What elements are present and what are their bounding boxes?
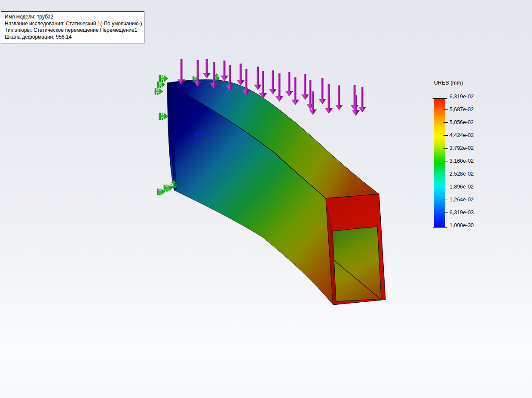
legend-tick (443, 148, 448, 149)
study-name-line: Название исследования: Статический 1(-По… (5, 21, 141, 27)
fixture-symbol (159, 113, 168, 120)
result-legend: URES (mm) 6,319e-02 5,687e-02 5,056e-02 … (433, 80, 493, 237)
legend-value: 6,319e-02 (449, 93, 474, 100)
beam-model[interactable] (167, 80, 385, 305)
load-arrow (269, 70, 277, 94)
legend-min-line (433, 227, 447, 228)
load-arrow (335, 85, 343, 110)
load-arrow (194, 60, 202, 87)
graphics-viewport[interactable]: Имя модели: труба2 Название исследования… (0, 0, 532, 398)
legend-value: 1,264e-02 (449, 196, 474, 203)
deform-scale-line: Шкала деформации: 956,14 (5, 34, 141, 41)
load-arrow (275, 73, 283, 102)
load-arrow (242, 69, 250, 96)
legend-title: URES (mm) (434, 80, 463, 86)
legend-value: 5,687e-02 (449, 106, 474, 113)
legend-tick (443, 122, 448, 123)
load-arrow (237, 64, 245, 86)
legend-value: 4,424e-02 (449, 132, 474, 139)
load-arrow (301, 74, 309, 100)
legend-colorbar (434, 99, 445, 227)
load-arrow (351, 85, 358, 111)
load-arrow (318, 78, 326, 104)
legend-tick (443, 135, 448, 136)
legend-value: 5,056e-02 (449, 119, 474, 126)
legend-max-line (433, 98, 447, 99)
plot-info-box: Имя модели: труба2 Название исследования… (1, 11, 144, 43)
load-arrow (203, 59, 211, 79)
load-arrow (358, 87, 366, 112)
legend-tick (443, 174, 448, 174)
legend-tick (443, 213, 448, 213)
fixture-symbol (157, 82, 165, 88)
legend-value: 3,792e-02 (449, 145, 474, 152)
load-arrow (220, 61, 228, 81)
legend-value: 2,528e-02 (449, 170, 474, 177)
load-arrow (254, 67, 262, 90)
legend-tick (443, 109, 448, 110)
load-arrow (285, 72, 293, 97)
legend-tick (443, 200, 448, 200)
fixture-symbol (159, 75, 168, 82)
legend-value: 3,160e-02 (449, 158, 474, 164)
fixture-symbol (164, 185, 172, 191)
model-name-line: Имя модели: труба2 (5, 14, 141, 21)
legend-value: 6,319e-03 (449, 209, 474, 216)
legend-value: 1,896e-02 (449, 183, 474, 190)
legend-tick (443, 187, 448, 187)
legend-value: 1,000e-30 (449, 222, 474, 229)
fixture-symbol (155, 88, 163, 94)
beam-bore-interior[interactable] (333, 227, 381, 301)
legend-tick (443, 161, 448, 161)
plot-type-line: Тип эпюры: Статическое перемещение Перем… (5, 27, 141, 34)
